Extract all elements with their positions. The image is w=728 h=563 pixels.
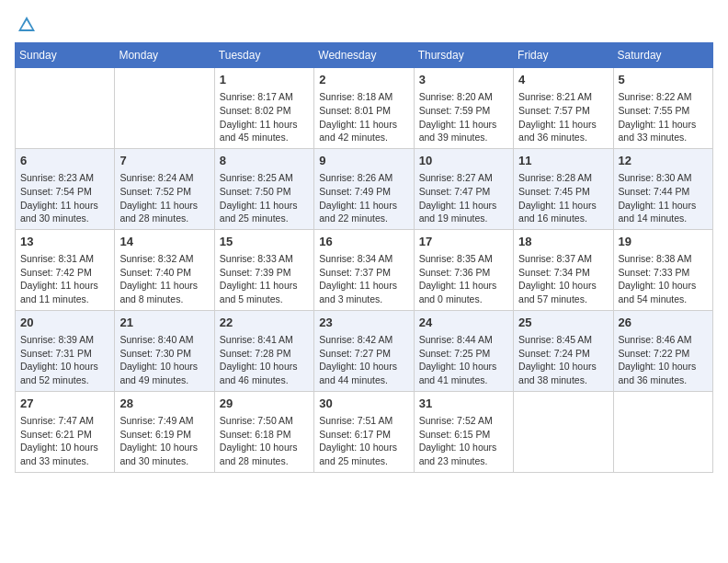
day-number: 30 [319, 396, 408, 412]
calendar-cell: 30Sunrise: 7:51 AM Sunset: 6:17 PM Dayli… [314, 391, 414, 472]
day-header-tuesday: Tuesday [214, 43, 313, 68]
day-number: 28 [119, 396, 209, 412]
calendar-cell [613, 391, 712, 472]
calendar-cell: 26Sunrise: 8:46 AM Sunset: 7:22 PM Dayli… [613, 310, 712, 391]
cell-content: Sunrise: 8:39 AM Sunset: 7:31 PM Dayligh… [20, 333, 109, 387]
calendar-cell: 18Sunrise: 8:37 AM Sunset: 7:34 PM Dayli… [514, 229, 613, 310]
day-number: 12 [619, 153, 708, 169]
day-number: 17 [419, 234, 508, 250]
cell-content: Sunrise: 7:49 AM Sunset: 6:19 PM Dayligh… [119, 414, 209, 468]
calendar-body: 1Sunrise: 8:17 AM Sunset: 8:02 PM Daylig… [16, 68, 713, 473]
cell-content: Sunrise: 7:50 AM Sunset: 6:18 PM Dayligh… [220, 414, 309, 468]
day-number: 29 [220, 396, 309, 412]
day-number: 13 [20, 234, 109, 250]
day-number: 3 [419, 72, 508, 88]
calendar-cell: 11Sunrise: 8:28 AM Sunset: 7:45 PM Dayli… [514, 148, 613, 229]
calendar-cell [514, 391, 613, 472]
cell-content: Sunrise: 8:20 AM Sunset: 7:59 PM Dayligh… [419, 90, 508, 144]
cell-content: Sunrise: 8:18 AM Sunset: 8:01 PM Dayligh… [319, 90, 408, 144]
cell-content: Sunrise: 7:52 AM Sunset: 6:15 PM Dayligh… [419, 414, 508, 468]
cell-content: Sunrise: 8:32 AM Sunset: 7:40 PM Dayligh… [119, 252, 209, 306]
day-header-monday: Monday [115, 43, 214, 68]
day-number: 6 [20, 153, 109, 169]
cell-content: Sunrise: 8:34 AM Sunset: 7:37 PM Dayligh… [319, 252, 408, 306]
cell-content: Sunrise: 8:27 AM Sunset: 7:47 PM Dayligh… [419, 171, 508, 225]
day-number: 21 [119, 315, 209, 331]
day-number: 18 [518, 234, 608, 250]
calendar-cell: 1Sunrise: 8:17 AM Sunset: 8:02 PM Daylig… [214, 68, 313, 149]
day-number: 19 [619, 234, 708, 250]
cell-content: Sunrise: 8:30 AM Sunset: 7:44 PM Dayligh… [619, 171, 708, 225]
day-number: 5 [619, 72, 708, 88]
cell-content: Sunrise: 8:17 AM Sunset: 8:02 PM Dayligh… [220, 90, 309, 144]
day-header-friday: Friday [514, 43, 613, 68]
calendar-cell: 29Sunrise: 7:50 AM Sunset: 6:18 PM Dayli… [214, 391, 313, 472]
day-number: 31 [419, 396, 508, 412]
day-number: 11 [518, 153, 608, 169]
calendar-cell: 4Sunrise: 8:21 AM Sunset: 7:57 PM Daylig… [514, 68, 613, 149]
cell-content: Sunrise: 7:51 AM Sunset: 6:17 PM Dayligh… [319, 414, 408, 468]
cell-content: Sunrise: 8:38 AM Sunset: 7:33 PM Dayligh… [619, 252, 708, 306]
day-number: 26 [619, 315, 708, 331]
cell-content: Sunrise: 7:47 AM Sunset: 6:21 PM Dayligh… [20, 414, 109, 468]
calendar-week-row: 6Sunrise: 8:23 AM Sunset: 7:54 PM Daylig… [16, 148, 713, 229]
page-header [15, 15, 713, 35]
calendar-cell: 14Sunrise: 8:32 AM Sunset: 7:40 PM Dayli… [115, 229, 214, 310]
calendar-cell [16, 68, 115, 149]
calendar-week-row: 1Sunrise: 8:17 AM Sunset: 8:02 PM Daylig… [16, 68, 713, 149]
cell-content: Sunrise: 8:25 AM Sunset: 7:50 PM Dayligh… [220, 171, 309, 225]
calendar-cell [115, 68, 214, 149]
cell-content: Sunrise: 8:21 AM Sunset: 7:57 PM Dayligh… [518, 90, 608, 144]
calendar-cell: 27Sunrise: 7:47 AM Sunset: 6:21 PM Dayli… [16, 391, 115, 472]
calendar-header-row: SundayMondayTuesdayWednesdayThursdayFrid… [16, 43, 713, 68]
calendar-cell: 19Sunrise: 8:38 AM Sunset: 7:33 PM Dayli… [613, 229, 712, 310]
calendar-cell: 12Sunrise: 8:30 AM Sunset: 7:44 PM Dayli… [613, 148, 712, 229]
day-header-thursday: Thursday [414, 43, 513, 68]
cell-content: Sunrise: 8:28 AM Sunset: 7:45 PM Dayligh… [518, 171, 608, 225]
cell-content: Sunrise: 8:35 AM Sunset: 7:36 PM Dayligh… [419, 252, 508, 306]
day-number: 22 [220, 315, 309, 331]
calendar-table: SundayMondayTuesdayWednesdayThursdayFrid… [15, 42, 713, 473]
calendar-cell: 23Sunrise: 8:42 AM Sunset: 7:27 PM Dayli… [314, 310, 414, 391]
day-number: 14 [119, 234, 209, 250]
calendar-cell: 21Sunrise: 8:40 AM Sunset: 7:30 PM Dayli… [115, 310, 214, 391]
calendar-cell: 13Sunrise: 8:31 AM Sunset: 7:42 PM Dayli… [16, 229, 115, 310]
day-number: 10 [419, 153, 508, 169]
cell-content: Sunrise: 8:26 AM Sunset: 7:49 PM Dayligh… [319, 171, 408, 225]
day-number: 20 [20, 315, 109, 331]
logo [15, 15, 37, 35]
calendar-cell: 17Sunrise: 8:35 AM Sunset: 7:36 PM Dayli… [414, 229, 513, 310]
day-number: 23 [319, 315, 408, 331]
cell-content: Sunrise: 8:22 AM Sunset: 7:55 PM Dayligh… [619, 90, 708, 144]
day-number: 27 [20, 396, 109, 412]
cell-content: Sunrise: 8:24 AM Sunset: 7:52 PM Dayligh… [119, 171, 209, 225]
calendar-cell: 7Sunrise: 8:24 AM Sunset: 7:52 PM Daylig… [115, 148, 214, 229]
calendar-week-row: 13Sunrise: 8:31 AM Sunset: 7:42 PM Dayli… [16, 229, 713, 310]
day-number: 1 [220, 72, 309, 88]
calendar-cell: 16Sunrise: 8:34 AM Sunset: 7:37 PM Dayli… [314, 229, 414, 310]
calendar-cell: 15Sunrise: 8:33 AM Sunset: 7:39 PM Dayli… [214, 229, 313, 310]
calendar-week-row: 27Sunrise: 7:47 AM Sunset: 6:21 PM Dayli… [16, 391, 713, 472]
cell-content: Sunrise: 8:41 AM Sunset: 7:28 PM Dayligh… [220, 333, 309, 387]
calendar-week-row: 20Sunrise: 8:39 AM Sunset: 7:31 PM Dayli… [16, 310, 713, 391]
calendar-cell: 3Sunrise: 8:20 AM Sunset: 7:59 PM Daylig… [414, 68, 513, 149]
cell-content: Sunrise: 8:40 AM Sunset: 7:30 PM Dayligh… [119, 333, 209, 387]
calendar-cell: 22Sunrise: 8:41 AM Sunset: 7:28 PM Dayli… [214, 310, 313, 391]
calendar-cell: 31Sunrise: 7:52 AM Sunset: 6:15 PM Dayli… [414, 391, 513, 472]
calendar-cell: 20Sunrise: 8:39 AM Sunset: 7:31 PM Dayli… [16, 310, 115, 391]
day-header-sunday: Sunday [16, 43, 115, 68]
day-number: 25 [518, 315, 608, 331]
cell-content: Sunrise: 8:31 AM Sunset: 7:42 PM Dayligh… [20, 252, 109, 306]
cell-content: Sunrise: 8:37 AM Sunset: 7:34 PM Dayligh… [518, 252, 608, 306]
calendar-cell: 9Sunrise: 8:26 AM Sunset: 7:49 PM Daylig… [314, 148, 414, 229]
calendar-cell: 10Sunrise: 8:27 AM Sunset: 7:47 PM Dayli… [414, 148, 513, 229]
calendar-cell: 2Sunrise: 8:18 AM Sunset: 8:01 PM Daylig… [314, 68, 414, 149]
day-number: 8 [220, 153, 309, 169]
cell-content: Sunrise: 8:23 AM Sunset: 7:54 PM Dayligh… [20, 171, 109, 225]
cell-content: Sunrise: 8:45 AM Sunset: 7:24 PM Dayligh… [518, 333, 608, 387]
day-header-wednesday: Wednesday [314, 43, 414, 68]
cell-content: Sunrise: 8:33 AM Sunset: 7:39 PM Dayligh… [220, 252, 309, 306]
day-header-saturday: Saturday [613, 43, 712, 68]
calendar-cell: 24Sunrise: 8:44 AM Sunset: 7:25 PM Dayli… [414, 310, 513, 391]
day-number: 16 [319, 234, 408, 250]
